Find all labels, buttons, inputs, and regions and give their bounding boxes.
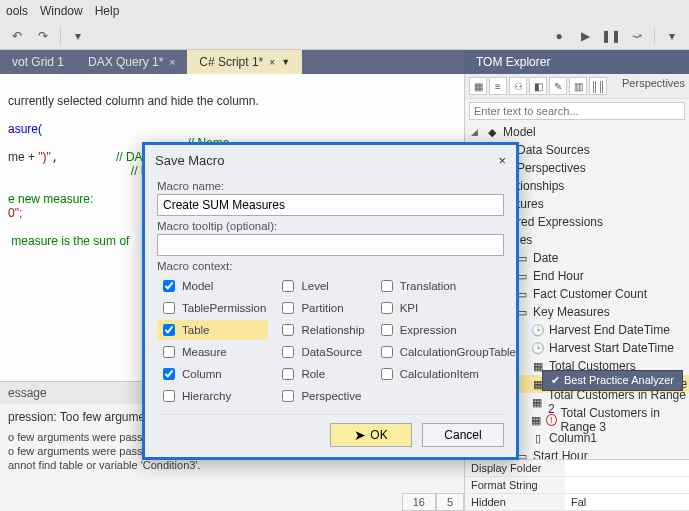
search-input[interactable] (469, 102, 685, 120)
menu-item-tools[interactable]: ools (6, 4, 28, 18)
property-row[interactable]: HiddenFal (465, 494, 689, 511)
pause-icon[interactable]: ❚❚ (600, 25, 622, 47)
context-checkbox[interactable] (282, 390, 294, 402)
context-option-tablepermission[interactable]: TablePermission (157, 298, 268, 318)
context-option-calculationgrouptable[interactable]: CalculationGroupTable (375, 342, 516, 362)
context-checkbox[interactable] (282, 368, 294, 380)
macro-tooltip-input[interactable] (157, 234, 504, 256)
property-value[interactable] (565, 477, 689, 493)
context-option-measure[interactable]: Measure (157, 342, 268, 362)
edit-icon[interactable]: ✎ (549, 77, 567, 95)
property-key: Display Folder (465, 460, 565, 476)
context-option-translation[interactable]: Translation (375, 276, 516, 296)
tree-label: Key Measures (533, 305, 610, 319)
context-label: Translation (400, 280, 456, 292)
explorer-title-bar: TOM Explorer (464, 50, 689, 74)
context-checkbox[interactable] (381, 302, 393, 314)
context-checkbox[interactable] (381, 324, 393, 336)
context-label: DataSource (301, 346, 362, 358)
best-practice-analyzer-button[interactable]: ✔ Best Practice Analyzer (542, 370, 683, 391)
context-checkbox[interactable] (163, 280, 175, 292)
tree-label: End Hour (533, 269, 584, 283)
tree-label: Column1 (549, 431, 597, 445)
context-grid: ModelLevelTranslationTablePermissionPart… (157, 276, 504, 406)
redo-icon[interactable]: ↷ (32, 25, 54, 47)
property-key: Format String (465, 477, 565, 493)
context-checkbox[interactable] (163, 346, 175, 358)
context-option-level[interactable]: Level (276, 276, 366, 296)
separator (60, 27, 61, 45)
context-option-kpi[interactable]: KPI (375, 298, 516, 318)
property-row[interactable]: Display Folder (465, 460, 689, 477)
list-icon[interactable]: ≡ (489, 77, 507, 95)
hierarchy-icon[interactable]: ⚇ (509, 77, 527, 95)
context-option-expression[interactable]: Expression (375, 320, 516, 340)
step-over-icon[interactable]: ⤻ (626, 25, 648, 47)
context-checkbox[interactable] (163, 368, 175, 380)
context-label: Perspective (301, 390, 361, 402)
perspectives-label[interactable]: Perspectives (622, 77, 685, 95)
context-label: KPI (400, 302, 419, 314)
context-checkbox[interactable] (282, 324, 294, 336)
context-checkbox[interactable] (282, 302, 294, 314)
context-checkbox[interactable] (381, 346, 393, 358)
context-checkbox[interactable] (381, 280, 393, 292)
tab-csharp-script[interactable]: C# Script 1*×▼ (187, 50, 302, 74)
columns-icon[interactable]: ║║ (589, 77, 607, 95)
context-option-role[interactable]: Role (276, 364, 366, 384)
context-checkbox[interactable] (163, 390, 175, 402)
close-icon[interactable]: × (269, 57, 275, 68)
context-option-model[interactable]: Model (157, 276, 268, 296)
tree-label: Total Customers in Range 3 (561, 406, 690, 434)
main-toolbar: ↶ ↷ ▾ ● ▶ ❚❚ ⤻ ▾ (0, 22, 689, 50)
context-option-datasource[interactable]: DataSource (276, 342, 366, 362)
tree-label: tures (517, 197, 544, 211)
tab-pivot-grid[interactable]: vot Grid 1 (0, 50, 76, 74)
close-icon[interactable]: × (169, 57, 175, 68)
context-checkbox[interactable] (381, 368, 393, 380)
property-row[interactable]: Format String (465, 477, 689, 494)
menu-bar: ools Window Help (0, 0, 689, 22)
ok-button[interactable]: ➤OK (330, 423, 412, 447)
context-option-table[interactable]: Table (157, 320, 268, 340)
context-label: Model (182, 280, 213, 292)
context-label: TablePermission (182, 302, 266, 314)
context-label: Role (301, 368, 325, 380)
close-icon[interactable]: × (498, 153, 506, 168)
context-checkbox[interactable] (163, 302, 175, 314)
property-value[interactable]: Fal (565, 494, 689, 510)
grid-icon[interactable]: ▥ (569, 77, 587, 95)
context-label: CalculationItem (400, 368, 479, 380)
context-checkbox[interactable] (282, 346, 294, 358)
chevron-icon[interactable]: ▾ (67, 25, 89, 47)
tree-root[interactable]: ◢◆Model (465, 123, 689, 141)
tab-dax-query[interactable]: DAX Query 1*× (76, 50, 187, 74)
tree-label: Data Sources (517, 143, 590, 157)
filter-box-icon[interactable]: ▦ (469, 77, 487, 95)
cube-icon[interactable]: ◧ (529, 77, 547, 95)
undo-icon[interactable]: ↶ (6, 25, 28, 47)
editor-tabs: vot Grid 1 DAX Query 1*× C# Script 1*×▼ (0, 50, 464, 74)
context-option-relationship[interactable]: Relationship (276, 320, 366, 340)
node-icon: 🕒 (531, 342, 545, 355)
context-option-partition[interactable]: Partition (276, 298, 366, 318)
play-icon[interactable]: ▶ (574, 25, 596, 47)
context-option-perspective[interactable]: Perspective (276, 386, 366, 406)
context-checkbox[interactable] (282, 280, 294, 292)
context-option-hierarchy[interactable]: Hierarchy (157, 386, 268, 406)
context-option-column[interactable]: Column (157, 364, 268, 384)
menu-item-window[interactable]: Window (40, 4, 83, 18)
message-row[interactable]: annot find table or variable 'Condition3… (4, 458, 460, 472)
macro-name-input[interactable] (157, 194, 504, 216)
context-label: Column (182, 368, 222, 380)
context-checkbox[interactable] (163, 324, 175, 336)
cancel-button[interactable]: Cancel (422, 423, 504, 447)
context-label: Measure (182, 346, 227, 358)
tree-label: Fact Customer Count (533, 287, 647, 301)
menu-item-help[interactable]: Help (95, 4, 120, 18)
dropdown-icon[interactable]: ▾ (661, 25, 683, 47)
property-value[interactable] (565, 460, 689, 476)
context-option-calculationitem[interactable]: CalculationItem (375, 364, 516, 384)
record-icon[interactable]: ● (548, 25, 570, 47)
tree-label: tionships (517, 179, 564, 193)
